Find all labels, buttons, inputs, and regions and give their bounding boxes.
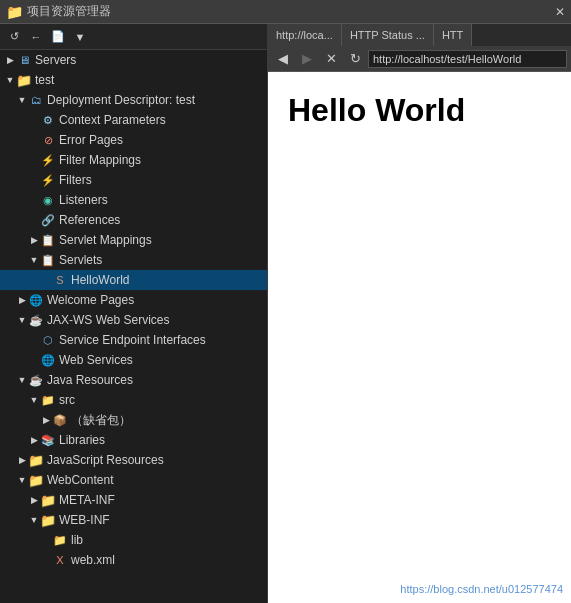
- tree-item-pkg[interactable]: 📦（缺省包）: [0, 410, 267, 430]
- chevron-icon: [40, 274, 52, 286]
- meta-inf-icon: 📁: [40, 492, 56, 508]
- collapse-all-button[interactable]: ↺: [4, 27, 24, 47]
- back-nav-button[interactable]: ◀: [272, 49, 294, 69]
- browser-tabs: http://loca... HTTP Status ... HTT: [268, 24, 571, 46]
- js-resources-icon: 📁: [28, 452, 44, 468]
- tree-item-label: Servlet Mappings: [59, 233, 152, 247]
- tree-item-label: References: [59, 213, 120, 227]
- browser-tab-1[interactable]: http://loca...: [268, 24, 342, 46]
- menu-button[interactable]: ▼: [70, 27, 90, 47]
- error-pages-icon: ⊘: [40, 132, 56, 148]
- context-params-icon: ⚙: [40, 112, 56, 128]
- tree-item-label: Listeners: [59, 193, 108, 207]
- chevron-icon: [16, 94, 28, 106]
- test-icon: 📁: [16, 72, 32, 88]
- right-panel: http://loca... HTTP Status ... HTT ◀ ▶ ✕…: [268, 24, 571, 603]
- tree-item-servlets[interactable]: 📋Servlets: [0, 250, 267, 270]
- file-button[interactable]: 📄: [48, 27, 68, 47]
- stop-nav-button[interactable]: ✕: [320, 49, 342, 69]
- tree-item-web-services[interactable]: 🌐Web Services: [0, 350, 267, 370]
- filters-icon: ⚡: [40, 172, 56, 188]
- chevron-icon: [16, 474, 28, 486]
- tree-item-deployment[interactable]: 🗂Deployment Descriptor: test: [0, 90, 267, 110]
- filter-mappings-icon: ⚡: [40, 152, 56, 168]
- tree-item-references[interactable]: 🔗References: [0, 210, 267, 230]
- browser-tab-3[interactable]: HTT: [434, 24, 472, 46]
- chevron-icon: [28, 134, 40, 146]
- tree-item-jax-ws[interactable]: ☕JAX-WS Web Services: [0, 310, 267, 330]
- tree-item-servlet-mappings[interactable]: 📋Servlet Mappings: [0, 230, 267, 250]
- tree-item-label: JAX-WS Web Services: [47, 313, 169, 327]
- tree-item-label: lib: [71, 533, 83, 547]
- chevron-icon: [16, 374, 28, 386]
- title-bar-icon: 📁: [6, 4, 23, 20]
- tree-item-label: Context Parameters: [59, 113, 166, 127]
- tree-item-helloworld[interactable]: SHelloWorld: [0, 270, 267, 290]
- tree-item-error-pages[interactable]: ⊘Error Pages: [0, 130, 267, 150]
- chevron-icon: [28, 234, 40, 246]
- tree-item-servers[interactable]: 🖥Servers: [0, 50, 267, 70]
- jax-ws-icon: ☕: [28, 312, 44, 328]
- deployment-icon: 🗂: [28, 92, 44, 108]
- tree-item-label: Service Endpoint Interfaces: [59, 333, 206, 347]
- tree-item-java-resources[interactable]: ☕Java Resources: [0, 370, 267, 390]
- tree-item-web-inf[interactable]: 📁WEB-INF: [0, 510, 267, 530]
- tree-item-label: WEB-INF: [59, 513, 110, 527]
- tree-item-filter-mappings[interactable]: ⚡Filter Mappings: [0, 150, 267, 170]
- tree-item-web-xml[interactable]: Xweb.xml: [0, 550, 267, 570]
- chevron-icon: [40, 414, 52, 426]
- chevron-icon: [28, 174, 40, 186]
- back-button[interactable]: ←: [26, 27, 46, 47]
- tree-item-context-params[interactable]: ⚙Context Parameters: [0, 110, 267, 130]
- welcome-pages-icon: 🌐: [28, 292, 44, 308]
- webcontent-icon: 📁: [28, 472, 44, 488]
- chevron-icon: [28, 494, 40, 506]
- chevron-icon: [4, 54, 16, 66]
- tree-item-label: Libraries: [59, 433, 105, 447]
- page-heading: Hello World: [288, 92, 551, 129]
- tree-item-libraries[interactable]: 📚Libraries: [0, 430, 267, 450]
- title-bar-text: 项目资源管理器: [27, 3, 547, 20]
- tree-item-label: Filter Mappings: [59, 153, 141, 167]
- tree-item-webcontent[interactable]: 📁WebContent: [0, 470, 267, 490]
- tree-item-filters[interactable]: ⚡Filters: [0, 170, 267, 190]
- web-xml-icon: X: [52, 552, 68, 568]
- chevron-icon: [28, 514, 40, 526]
- tree-item-label: META-INF: [59, 493, 115, 507]
- title-bar: 📁 项目资源管理器 ✕: [0, 0, 571, 24]
- chevron-icon: [28, 114, 40, 126]
- browser-tab-2[interactable]: HTTP Status ...: [342, 24, 434, 46]
- tree-item-test[interactable]: 📁test: [0, 70, 267, 90]
- libraries-icon: 📚: [40, 432, 56, 448]
- tree-item-service-endpoint[interactable]: ⬡Service Endpoint Interfaces: [0, 330, 267, 350]
- tree-item-label: Servers: [35, 53, 76, 67]
- chevron-icon: [28, 334, 40, 346]
- tree-item-js-resources[interactable]: 📁JavaScript Resources: [0, 450, 267, 470]
- left-panel: ↺ ← 📄 ▼ 🖥Servers📁test🗂Deployment Descrip…: [0, 24, 268, 603]
- panel-toolbar: ↺ ← 📄 ▼: [0, 24, 267, 50]
- tree-item-label: src: [59, 393, 75, 407]
- browser-content: Hello World https://blog.csdn.net/u01257…: [268, 72, 571, 603]
- tree-item-label: Servlets: [59, 253, 102, 267]
- refresh-nav-button[interactable]: ↻: [344, 49, 366, 69]
- tree-item-label: HelloWorld: [71, 273, 129, 287]
- tree-item-label: （缺省包）: [71, 412, 131, 429]
- forward-nav-button[interactable]: ▶: [296, 49, 318, 69]
- address-bar[interactable]: [368, 50, 567, 68]
- main-container: ↺ ← 📄 ▼ 🖥Servers📁test🗂Deployment Descrip…: [0, 24, 571, 603]
- java-resources-icon: ☕: [28, 372, 44, 388]
- chevron-icon: [4, 74, 16, 86]
- tree-item-src[interactable]: 📁src: [0, 390, 267, 410]
- tree-item-label: test: [35, 73, 54, 87]
- title-bar-close[interactable]: ✕: [555, 5, 565, 19]
- tree-item-label: WebContent: [47, 473, 114, 487]
- references-icon: 🔗: [40, 212, 56, 228]
- tree-item-meta-inf[interactable]: 📁META-INF: [0, 490, 267, 510]
- chevron-icon: [28, 194, 40, 206]
- tree-item-listeners[interactable]: ◉Listeners: [0, 190, 267, 210]
- tree-item-welcome-pages[interactable]: 🌐Welcome Pages: [0, 290, 267, 310]
- watermark: https://blog.csdn.net/u012577474: [400, 583, 563, 595]
- tree-item-lib[interactable]: 📁lib: [0, 530, 267, 550]
- chevron-icon: [28, 434, 40, 446]
- browser-toolbar: ◀ ▶ ✕ ↻: [268, 46, 571, 72]
